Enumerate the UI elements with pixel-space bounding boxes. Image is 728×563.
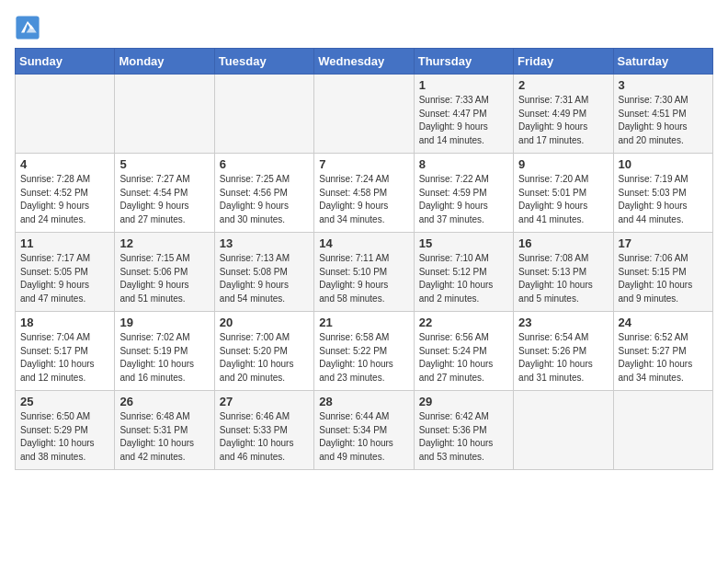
day-info: Sunrise: 7:13 AM Sunset: 5:08 PM Dayligh… [220,252,309,305]
calendar-table: SundayMondayTuesdayWednesdayThursdayFrid… [15,48,713,470]
day-info: Sunrise: 7:31 AM Sunset: 4:49 PM Dayligh… [518,94,608,147]
day-info: Sunrise: 6:52 AM Sunset: 5:27 PM Dayligh… [619,331,708,385]
calendar-cell: 6Sunrise: 7:25 AM Sunset: 4:56 PM Daylig… [214,154,313,233]
day-info: Sunrise: 6:42 AM Sunset: 5:36 PM Dayligh… [419,410,508,464]
calendar-header-row: SundayMondayTuesdayWednesdayThursdayFrid… [16,49,713,75]
logo-icon [15,15,40,40]
day-info: Sunrise: 6:44 AM Sunset: 5:34 PM Dayligh… [319,410,408,464]
day-number: 21 [319,316,408,329]
calendar-cell [314,75,414,154]
calendar-week-row: 18Sunrise: 7:04 AM Sunset: 5:17 PM Dayli… [16,312,713,391]
day-number: 29 [419,395,508,408]
day-number: 19 [119,316,209,329]
day-number: 28 [319,395,408,408]
calendar-cell: 22Sunrise: 6:56 AM Sunset: 5:24 PM Dayli… [414,312,513,391]
day-info: Sunrise: 7:33 AM Sunset: 4:47 PM Dayligh… [419,94,508,147]
calendar-cell: 11Sunrise: 7:17 AM Sunset: 5:05 PM Dayli… [16,233,115,312]
day-number: 27 [220,395,309,408]
calendar-cell: 28Sunrise: 6:44 AM Sunset: 5:34 PM Dayli… [314,391,414,470]
calendar-cell: 27Sunrise: 6:46 AM Sunset: 5:33 PM Dayli… [214,391,313,470]
day-number: 22 [419,316,508,329]
day-number: 15 [419,236,508,250]
page-header [15,15,713,40]
day-number: 2 [518,78,608,92]
calendar-week-row: 4Sunrise: 7:28 AM Sunset: 4:52 PM Daylig… [16,154,713,233]
day-info: Sunrise: 6:48 AM Sunset: 5:31 PM Dayligh… [119,410,209,464]
day-number: 10 [619,157,708,171]
day-number: 17 [619,236,708,250]
weekday-header: Friday [514,49,613,75]
weekday-header: Wednesday [314,49,414,75]
day-number: 14 [319,236,408,250]
calendar-cell: 1Sunrise: 7:33 AM Sunset: 4:47 PM Daylig… [414,75,513,154]
calendar-body: 1Sunrise: 7:33 AM Sunset: 4:47 PM Daylig… [16,75,713,470]
day-info: Sunrise: 7:02 AM Sunset: 5:19 PM Dayligh… [119,331,209,385]
calendar-cell: 19Sunrise: 7:02 AM Sunset: 5:19 PM Dayli… [115,312,214,391]
day-info: Sunrise: 6:56 AM Sunset: 5:24 PM Dayligh… [419,331,508,385]
calendar-cell: 4Sunrise: 7:28 AM Sunset: 4:52 PM Daylig… [16,154,115,233]
day-info: Sunrise: 7:11 AM Sunset: 5:10 PM Dayligh… [319,252,408,305]
day-info: Sunrise: 7:08 AM Sunset: 5:13 PM Dayligh… [518,252,608,305]
calendar-cell [115,75,214,154]
day-number: 7 [319,157,408,171]
svg-rect-0 [16,16,39,39]
day-info: Sunrise: 7:15 AM Sunset: 5:06 PM Dayligh… [119,252,209,305]
calendar-cell: 21Sunrise: 6:58 AM Sunset: 5:22 PM Dayli… [314,312,414,391]
calendar-cell: 13Sunrise: 7:13 AM Sunset: 5:08 PM Dayli… [214,233,313,312]
day-number: 11 [20,236,109,250]
day-number: 18 [20,316,109,329]
day-info: Sunrise: 7:10 AM Sunset: 5:12 PM Dayligh… [419,252,508,305]
calendar-cell: 15Sunrise: 7:10 AM Sunset: 5:12 PM Dayli… [414,233,513,312]
weekday-header: Sunday [16,49,115,75]
day-info: Sunrise: 7:06 AM Sunset: 5:15 PM Dayligh… [619,252,708,305]
logo [15,15,44,40]
day-number: 6 [220,157,309,171]
day-number: 1 [419,78,508,92]
day-info: Sunrise: 7:20 AM Sunset: 5:01 PM Dayligh… [518,173,608,226]
day-info: Sunrise: 7:27 AM Sunset: 4:54 PM Dayligh… [119,173,209,226]
day-info: Sunrise: 7:19 AM Sunset: 5:03 PM Dayligh… [619,173,708,226]
calendar-cell: 9Sunrise: 7:20 AM Sunset: 5:01 PM Daylig… [514,154,613,233]
calendar-cell: 23Sunrise: 6:54 AM Sunset: 5:26 PM Dayli… [514,312,613,391]
calendar-cell [613,391,712,470]
day-info: Sunrise: 6:50 AM Sunset: 5:29 PM Dayligh… [20,410,109,464]
day-number: 26 [119,395,209,408]
calendar-cell [514,391,613,470]
day-number: 25 [20,395,109,408]
weekday-header: Monday [115,49,214,75]
weekday-header: Tuesday [214,49,313,75]
calendar-cell: 12Sunrise: 7:15 AM Sunset: 5:06 PM Dayli… [115,233,214,312]
calendar-cell: 18Sunrise: 7:04 AM Sunset: 5:17 PM Dayli… [16,312,115,391]
calendar-cell: 25Sunrise: 6:50 AM Sunset: 5:29 PM Dayli… [16,391,115,470]
calendar-cell: 3Sunrise: 7:30 AM Sunset: 4:51 PM Daylig… [613,75,712,154]
day-number: 3 [619,78,708,92]
day-number: 12 [119,236,209,250]
day-number: 8 [419,157,508,171]
day-number: 24 [619,316,708,329]
weekday-header: Thursday [414,49,513,75]
day-info: Sunrise: 7:00 AM Sunset: 5:20 PM Dayligh… [220,331,309,385]
day-info: Sunrise: 6:46 AM Sunset: 5:33 PM Dayligh… [220,410,309,464]
day-info: Sunrise: 7:25 AM Sunset: 4:56 PM Dayligh… [220,173,309,226]
weekday-header: Saturday [613,49,712,75]
calendar-cell: 24Sunrise: 6:52 AM Sunset: 5:27 PM Dayli… [613,312,712,391]
day-number: 13 [220,236,309,250]
day-info: Sunrise: 6:54 AM Sunset: 5:26 PM Dayligh… [518,331,608,385]
day-number: 20 [220,316,309,329]
day-info: Sunrise: 7:22 AM Sunset: 4:59 PM Dayligh… [419,173,508,226]
calendar-cell: 26Sunrise: 6:48 AM Sunset: 5:31 PM Dayli… [115,391,214,470]
day-number: 23 [518,316,608,329]
calendar-cell: 5Sunrise: 7:27 AM Sunset: 4:54 PM Daylig… [115,154,214,233]
day-info: Sunrise: 6:58 AM Sunset: 5:22 PM Dayligh… [319,331,408,385]
calendar-cell: 20Sunrise: 7:00 AM Sunset: 5:20 PM Dayli… [214,312,313,391]
calendar-week-row: 25Sunrise: 6:50 AM Sunset: 5:29 PM Dayli… [16,391,713,470]
calendar-cell: 29Sunrise: 6:42 AM Sunset: 5:36 PM Dayli… [414,391,513,470]
calendar-cell [16,75,115,154]
day-number: 9 [518,157,608,171]
day-info: Sunrise: 7:17 AM Sunset: 5:05 PM Dayligh… [20,252,109,305]
calendar-cell: 14Sunrise: 7:11 AM Sunset: 5:10 PM Dayli… [314,233,414,312]
day-info: Sunrise: 7:04 AM Sunset: 5:17 PM Dayligh… [20,331,109,385]
day-number: 5 [119,157,209,171]
day-number: 4 [20,157,109,171]
calendar-cell: 16Sunrise: 7:08 AM Sunset: 5:13 PM Dayli… [514,233,613,312]
